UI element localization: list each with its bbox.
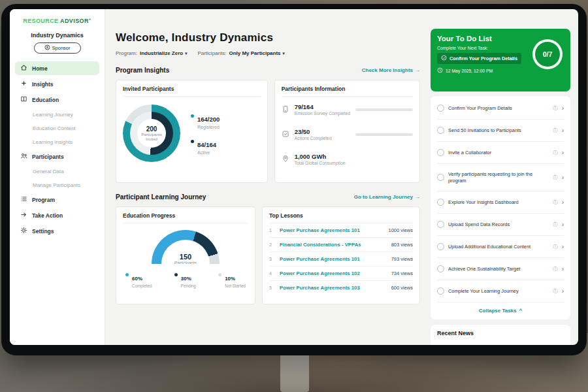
legend-label: Not Started (225, 284, 246, 288)
info-icon[interactable]: ⓘ (553, 244, 558, 250)
info-icon[interactable]: ⓘ (553, 266, 558, 272)
task-checkbox[interactable] (437, 199, 444, 206)
sponsor-badge[interactable]: Sponsor (34, 42, 81, 54)
legend-label: Registered (197, 125, 220, 129)
info-icon[interactable]: ⓘ (553, 150, 558, 156)
sidebar-item-settings[interactable]: Settings (15, 224, 99, 238)
sidebar-item-manage-participants[interactable]: Manage Participants (15, 179, 99, 191)
task-checkbox[interactable] (437, 265, 444, 272)
participants-filter-select[interactable]: Only My Participants▾ (229, 50, 284, 56)
lesson-link[interactable]: Power Purchase Agreements 103 (280, 285, 386, 291)
sparkle-icon (20, 80, 27, 88)
donut-center: 200 Participants Invited (137, 119, 166, 148)
task-checkbox[interactable] (437, 243, 444, 250)
chevron-down-icon: ▾ (185, 51, 187, 56)
lesson-rank: 2 (269, 242, 274, 247)
go-to-learning-journey-link[interactable]: Go to Learning Journey→ (354, 194, 420, 200)
lesson-row: 1 Power Purchase Agreements 101 1000 vie… (269, 223, 413, 238)
sidebar-item-education[interactable]: Education (15, 93, 99, 106)
task-row[interactable]: Confirm Your Program Details ⓘ › (437, 97, 564, 120)
info-icon[interactable]: ⓘ (553, 288, 558, 295)
info-icon[interactable]: ⓘ (553, 105, 558, 112)
stat-label: Actions Completed (295, 136, 332, 140)
check-circle-icon (441, 55, 447, 62)
app-logo: RESOURCE ADVISOR+ (15, 17, 99, 24)
stat-value: 23/50 (295, 128, 332, 135)
legend-value: 164/200 (197, 116, 220, 123)
task-row[interactable]: Achieve One Sustainability Target ⓘ › (437, 258, 564, 280)
next-task-label: Confirm Your Program Details (449, 56, 517, 61)
task-checkbox[interactable] (437, 287, 444, 295)
top-lessons-card: Top Lessons 1 Power Purchase Agreements … (262, 206, 420, 304)
program-filter-select[interactable]: Industrialize Zero▾ (140, 50, 188, 56)
stat-label: Emission Survey Completed (295, 111, 350, 116)
task-row[interactable]: Upload Additional Educational Content ⓘ … (437, 236, 564, 258)
stat-value: 79/164 (295, 103, 350, 110)
task-label: Send 50 Invitations to Participants (448, 127, 549, 134)
task-checkbox[interactable] (437, 149, 444, 156)
lesson-rank: 5 (269, 286, 274, 290)
lesson-link[interactable]: Financial Considerations - VPPAs (280, 242, 386, 248)
sidebar-item-education-content[interactable]: Education Content (15, 122, 99, 134)
legend-label: Pending (181, 284, 196, 288)
collapse-tasks-button[interactable]: Collapse Tasks ^ (437, 302, 564, 317)
section-title: Participant Learning Journey (116, 193, 206, 201)
info-icon[interactable]: ⓘ (553, 127, 558, 134)
book-icon (20, 95, 27, 104)
chevron-right-icon: › (562, 127, 564, 134)
sidebar-item-label: Education Content (33, 125, 76, 131)
progress-bar (355, 108, 413, 111)
people-icon (20, 152, 27, 161)
lesson-link[interactable]: Power Purchase Agreements 101 (280, 256, 386, 262)
task-row[interactable]: Explore Your Insights Dashboard ⓘ › (437, 191, 564, 214)
chevron-right-icon: › (562, 174, 564, 181)
task-checkbox[interactable] (437, 174, 444, 181)
stat-label: Total Global Consumption (295, 161, 346, 165)
info-icon[interactable]: ⓘ (553, 174, 558, 181)
sidebar-item-take-action[interactable]: Take Action (15, 208, 99, 222)
legend-dot (191, 140, 194, 143)
gear-icon (20, 227, 27, 235)
info-icon[interactable]: ⓘ (553, 221, 558, 228)
card-title: Education Progress (123, 212, 248, 223)
gauge-center: 150 Participants (152, 253, 220, 264)
education-gauge-legend: 60% Completed 30% Pending 10% (123, 271, 248, 297)
sidebar-item-general-data[interactable]: General Data (15, 165, 99, 177)
lesson-link[interactable]: Power Purchase Agreements 101 (280, 227, 383, 233)
program-filter: Program: Industrialize Zero▾ (116, 50, 187, 56)
logo-advisor-text: ADVISOR+ (60, 18, 91, 24)
sidebar-item-participants[interactable]: Participants (15, 150, 99, 163)
task-row[interactable]: Invite a Collaborator ⓘ › (437, 142, 564, 164)
chevron-down-icon: ▾ (283, 51, 285, 56)
card-title: Top Lessons (269, 212, 413, 223)
sidebar-item-insights[interactable]: Insights (15, 77, 99, 91)
task-label: Verify participants requesting to join t… (448, 171, 549, 184)
chevron-right-icon: › (562, 221, 564, 228)
task-label: Invite a Collaborator (448, 150, 549, 156)
task-row[interactable]: Verify participants requesting to join t… (437, 164, 564, 191)
task-checkbox[interactable] (437, 221, 444, 228)
task-row[interactable]: Upload Spend Data Records ⓘ › (437, 214, 564, 236)
sidebar-item-learning-insights[interactable]: Learning Insights (15, 136, 99, 148)
task-checkbox[interactable] (437, 105, 444, 112)
recent-news-title: Recent News (437, 330, 474, 336)
task-label: Achieve One Sustainability Target (448, 266, 549, 272)
task-row[interactable]: Complete Your Learning Journey ⓘ › (437, 280, 564, 302)
lesson-link[interactable]: Power Purchase Agreements 102 (280, 270, 386, 276)
sidebar-item-home[interactable]: Home (15, 61, 99, 75)
info-icon[interactable]: ⓘ (553, 199, 558, 206)
check-more-insights-link[interactable]: Check More Insights→ (362, 67, 420, 73)
monitor-bezel: RESOURCE ADVISOR+ Industry Dynamics Spon… (1, 4, 587, 355)
legend-value: 30% (181, 276, 191, 282)
sidebar-item-label: Program (32, 197, 55, 203)
participants-filter: Participants: Only My Participants▾ (197, 50, 284, 56)
next-task-chip[interactable]: Confirm Your Program Details (437, 53, 521, 64)
task-checkbox[interactable] (437, 127, 444, 134)
invited-donut-chart: 200 Participants Invited (123, 105, 180, 162)
collapse-tasks-label: Collapse Tasks (479, 308, 517, 314)
chevron-right-icon: › (562, 199, 564, 206)
sidebar-item-learning-journey[interactable]: Learning Journey (15, 108, 99, 120)
task-row[interactable]: Send 50 Invitations to Participants ⓘ › (437, 120, 564, 142)
sidebar-item-program[interactable]: Program (15, 193, 99, 206)
card-title: Invited Participants (123, 86, 261, 97)
